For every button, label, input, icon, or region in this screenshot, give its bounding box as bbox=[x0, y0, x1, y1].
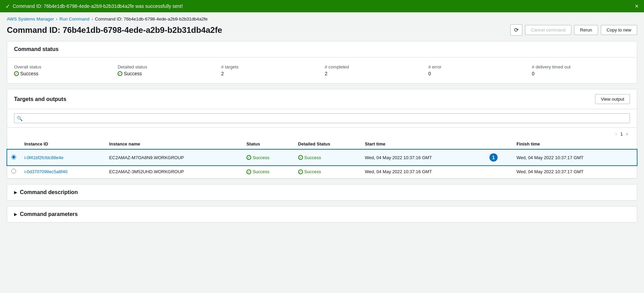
detailed-status-val: ✓ Success bbox=[298, 155, 357, 160]
targets-outputs-title: Targets and outputs bbox=[14, 96, 66, 102]
instance-id-cell: i-0d3707098ec5a8f40 bbox=[20, 165, 105, 178]
pagination-row: ‹ 1 › bbox=[7, 128, 637, 139]
status-icon: ✓ bbox=[246, 155, 251, 160]
instance-name-cell: EC2AMAZ-3M52UHD.WORKGROUP bbox=[105, 165, 242, 178]
row-radio-0[interactable] bbox=[11, 155, 16, 160]
instances-table: Instance ID Instance name Status Detaile… bbox=[7, 139, 637, 178]
finish-time-cell: Wed, 04 May 2022 10:37:17 GMT bbox=[512, 150, 637, 165]
banner-message: Command ID: 76b4e1db-6798-4ede-a2b9-b2b3… bbox=[13, 3, 183, 9]
cancel-command-button[interactable]: Cancel command bbox=[525, 25, 571, 35]
step-cell: 1 bbox=[485, 150, 512, 165]
command-parameters-title: Command parameters bbox=[20, 211, 78, 217]
targets-label: # targets bbox=[221, 64, 319, 69]
main-content: AWS Systems Manager › Run Command › Comm… bbox=[0, 12, 644, 235]
overall-status-value: ✓ Success bbox=[14, 71, 112, 76]
breadcrumb-sep-1: › bbox=[56, 17, 58, 22]
breadcrumb: AWS Systems Manager › Run Command › Comm… bbox=[7, 12, 637, 24]
targets-item: # targets 2 bbox=[221, 64, 319, 76]
command-parameters-header[interactable]: ▶ Command parameters bbox=[7, 206, 637, 222]
banner-close-button[interactable]: × bbox=[635, 3, 639, 9]
delivery-timeout-item: # delivery timed out 0 bbox=[532, 64, 630, 76]
delivery-timeout-label: # delivery timed out bbox=[532, 64, 630, 69]
view-output-button[interactable]: View output bbox=[595, 94, 630, 104]
col-detailed-status: Detailed Status bbox=[294, 139, 361, 150]
error-value: 0 bbox=[428, 71, 526, 76]
col-finish-time: Finish time bbox=[512, 139, 637, 150]
status-grid: Overall status ✓ Success Detailed status… bbox=[14, 64, 630, 76]
detailed-status-label: Detailed status bbox=[118, 64, 216, 69]
col-instance-id: Instance ID bbox=[20, 139, 105, 150]
col-instance-name: Instance name bbox=[105, 139, 242, 150]
error-label: # error bbox=[428, 64, 526, 69]
command-parameters-panel: ▶ Command parameters bbox=[7, 206, 637, 222]
start-time-cell: Wed, 04 May 2022 10:37:16 GMT bbox=[361, 165, 485, 178]
overall-status-item: Overall status ✓ Success bbox=[14, 64, 112, 76]
row-radio-1[interactable] bbox=[11, 169, 16, 174]
status-cell: ✓ Success bbox=[242, 165, 294, 178]
col-step bbox=[485, 139, 512, 150]
col-status: Status bbox=[242, 139, 294, 150]
instance-id-link[interactable]: i-0f41bf2fcfdc88e4e bbox=[24, 155, 63, 160]
command-status-panel: Command status Overall status ✓ Success … bbox=[7, 41, 637, 84]
status-icon: ✓ bbox=[246, 169, 251, 174]
command-description-title: Command description bbox=[20, 189, 78, 195]
detailed-status-cell: ✓ Success bbox=[294, 150, 361, 165]
overall-status-icon: ✓ bbox=[14, 71, 19, 76]
command-description-panel: ▶ Command description bbox=[7, 184, 637, 201]
detailed-status-item: Detailed status ✓ Success bbox=[118, 64, 216, 76]
command-description-header[interactable]: ▶ Command description bbox=[7, 184, 637, 200]
detailed-status-icon: ✓ bbox=[118, 71, 122, 76]
completed-item: # completed 2 bbox=[325, 64, 423, 76]
detailed-status-val: ✓ Success bbox=[298, 169, 357, 174]
check-icon: ✓ bbox=[5, 3, 10, 10]
search-container: 🔍 bbox=[7, 109, 637, 128]
start-time-cell: Wed, 04 May 2022 10:37:16 GMT bbox=[361, 150, 485, 165]
search-input[interactable] bbox=[14, 113, 630, 123]
prev-page-button[interactable]: ‹ bbox=[613, 130, 619, 137]
refresh-button[interactable]: ⟳ bbox=[510, 24, 522, 36]
col-select bbox=[7, 139, 20, 150]
overall-status-label: Overall status bbox=[14, 64, 112, 69]
command-status-body: Overall status ✓ Success Detailed status… bbox=[7, 58, 637, 83]
table-row[interactable]: i-0f41bf2fcfdc88e4eEC2AMAZ-M7OA8N9.WORKG… bbox=[7, 150, 637, 165]
copy-to-new-button[interactable]: Copy to new bbox=[601, 25, 637, 35]
expand-icon-2: ▶ bbox=[14, 212, 17, 217]
finish-time-cell: Wed, 04 May 2022 10:37:17 GMT bbox=[512, 165, 637, 178]
detailed-status-cell: ✓ Success bbox=[294, 165, 361, 178]
table-row[interactable]: i-0d3707098ec5a8f40EC2AMAZ-3M52UHD.WORKG… bbox=[7, 165, 637, 178]
breadcrumb-run-command[interactable]: Run Command bbox=[60, 16, 89, 22]
targets-outputs-header: Targets and outputs View output bbox=[7, 89, 637, 109]
step-badge: 1 bbox=[489, 153, 498, 162]
title-actions: ⟳ Cancel command Rerun Copy to new bbox=[510, 24, 637, 36]
page-title-row: Command ID: 76b4e1db-6798-4ede-a2b9-b2b3… bbox=[7, 24, 637, 36]
success-banner: ✓ Command ID: 76b4e1db-6798-4ede-a2b9-b2… bbox=[0, 0, 644, 12]
status-cell: ✓ Success bbox=[242, 150, 294, 165]
error-item: # error 0 bbox=[428, 64, 526, 76]
detailed-status-icon: ✓ bbox=[298, 155, 303, 160]
targets-outputs-panel: Targets and outputs View output 🔍 ‹ 1 › … bbox=[7, 89, 637, 179]
breadcrumb-sep-2: › bbox=[92, 17, 93, 22]
command-status-header: Command status bbox=[7, 41, 637, 58]
next-page-button[interactable]: › bbox=[624, 130, 630, 137]
detailed-status-icon: ✓ bbox=[298, 169, 303, 174]
breadcrumb-root[interactable]: AWS Systems Manager bbox=[7, 16, 54, 22]
completed-label: # completed bbox=[325, 64, 423, 69]
search-icon: 🔍 bbox=[17, 116, 23, 121]
status-value: ✓ Success bbox=[246, 155, 290, 160]
detailed-status-value: ✓ Success bbox=[118, 71, 216, 76]
instance-id-cell: i-0f41bf2fcfdc88e4e bbox=[20, 150, 105, 165]
col-start-time: Start time bbox=[361, 139, 485, 150]
targets-value: 2 bbox=[221, 71, 319, 76]
step-cell bbox=[485, 165, 512, 178]
instance-name-cell: EC2AMAZ-M7OA8N9.WORKGROUP bbox=[105, 150, 242, 165]
search-input-wrap: 🔍 bbox=[14, 113, 630, 123]
completed-value: 2 bbox=[325, 71, 423, 76]
page-number: 1 bbox=[620, 131, 623, 137]
expand-icon: ▶ bbox=[14, 190, 17, 195]
delivery-timeout-value: 0 bbox=[532, 71, 630, 76]
page-title: Command ID: 76b4e1db-6798-4ede-a2b9-b2b3… bbox=[7, 25, 222, 35]
rerun-button[interactable]: Rerun bbox=[574, 25, 598, 35]
breadcrumb-current: Command ID: 76b4e1db-6798-4ede-a2b9-b2b3… bbox=[95, 16, 208, 22]
command-status-title: Command status bbox=[14, 46, 630, 52]
instance-id-link[interactable]: i-0d3707098ec5a8f40 bbox=[24, 169, 68, 174]
